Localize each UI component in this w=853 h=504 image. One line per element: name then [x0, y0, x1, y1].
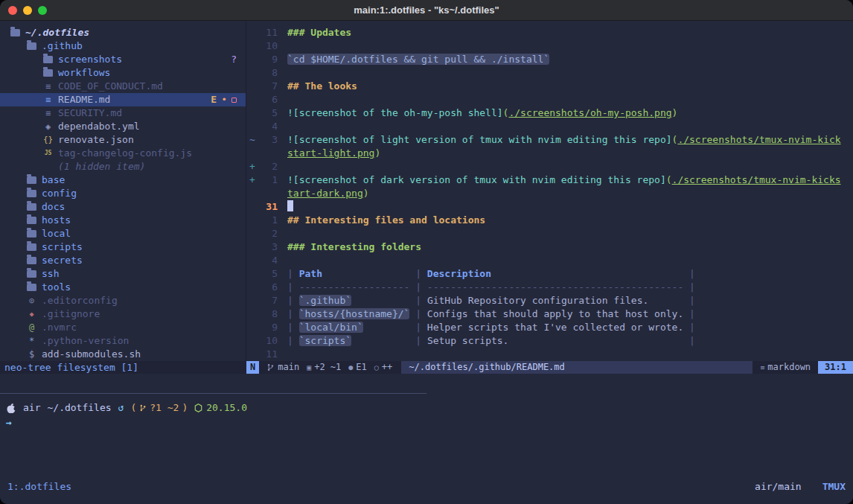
editor-line[interactable]: 7| `.github` | GitHub Repository configu… — [246, 294, 853, 307]
tree-item-editorconfig[interactable]: ⊙.editorconfig — [0, 294, 246, 307]
tree-item-label: .github — [42, 39, 83, 53]
sign-column — [246, 254, 258, 267]
sign-column — [246, 66, 258, 80]
line-number: 6 — [258, 281, 278, 294]
tree-item-base[interactable]: base — [0, 173, 246, 187]
sign-column — [246, 281, 258, 294]
editor-line[interactable]: +2 — [246, 160, 853, 173]
tree-item-local[interactable]: local — [0, 227, 246, 240]
tree-item-dependabot-yml[interactable]: ◈dependabot.yml — [0, 120, 246, 133]
tmux-window-item[interactable]: 1:.dotfiles — [7, 480, 71, 494]
sign-column — [246, 334, 258, 348]
editor-line[interactable]: 8| `hosts/{hostname}/` | Configs that sh… — [246, 307, 853, 321]
line-number: 11 — [258, 348, 278, 361]
editor-line[interactable]: 4 — [246, 120, 853, 133]
tree-item-python-version[interactable]: *.python-version — [0, 334, 246, 348]
tree-item-tools[interactable]: tools — [0, 281, 246, 294]
tree-item-screenshots[interactable]: screenshots? — [0, 53, 246, 66]
tree-item-security-md[interactable]: ≡SECURITY.md — [0, 106, 246, 120]
terminal-content: ~/.dotfiles.githubscreenshots?workflows≡… — [0, 21, 853, 504]
tree-item-label: ~/.dotfiles — [25, 26, 89, 39]
line-number: 8 — [258, 307, 278, 321]
zoom-button[interactable] — [38, 6, 47, 15]
editor-line[interactable]: tart-dark.png) — [246, 187, 853, 200]
tree-item-gitignore[interactable]: ◆.gitignore — [0, 307, 246, 321]
line-number: 5 — [258, 106, 278, 120]
cursor — [287, 200, 293, 211]
editor-line[interactable]: 2 — [246, 227, 853, 240]
editor-line[interactable]: +1![screenshot of dark version of tmux w… — [246, 173, 853, 187]
tree-item-tag-changelog-config-js[interactable]: JStag-changelog-config.js — [0, 147, 246, 160]
editor-line[interactable]: 5| Path | Description | — [246, 267, 853, 281]
editor-line[interactable]: 6| ------------------- | ---------------… — [246, 281, 853, 294]
tree-item-scripts[interactable]: scripts — [0, 240, 246, 254]
tree-item-label: local — [42, 227, 71, 240]
tree-item-dotfiles[interactable]: ~/.dotfiles — [0, 26, 246, 39]
tree-item-label: renovate.json — [58, 133, 134, 147]
folder-icon — [27, 257, 36, 264]
editor-line[interactable]: 4 — [246, 254, 853, 267]
tree-item-readme-md[interactable]: ≡README.mdE• — [0, 93, 246, 106]
editor-line[interactable]: 3### Interesting folders — [246, 240, 853, 254]
tree-item-label: (1 hidden item) — [58, 160, 145, 173]
window-title: main:1:.dotfiles - "ks~/.dotfiles" — [0, 4, 853, 16]
minimize-button[interactable] — [23, 6, 32, 15]
tree-item-hosts[interactable]: hosts — [0, 214, 246, 227]
tree-item-nvmrc[interactable]: @.nvmrc — [0, 321, 246, 334]
apple-icon — [6, 403, 16, 414]
tree-item-add-submodules-sh[interactable]: $add-submodules.sh — [0, 348, 246, 361]
editor-line[interactable]: 6 — [246, 93, 853, 106]
diagnostics: ●E1 — [348, 361, 366, 374]
tree-item-label: .editorconfig — [42, 294, 118, 307]
extra-indicator: ○++ — [374, 361, 392, 374]
editor-buffer[interactable]: 11### Updates 10 9`cd $HOME/.dotfiles &&… — [246, 21, 853, 361]
editor-line[interactable]: 1## Interesting files and locations — [246, 214, 853, 227]
tree-item-label: hosts — [42, 214, 71, 227]
tree-item-renovate-json[interactable]: {}renovate.json — [0, 133, 246, 147]
tmux-right-status: air/main TMUX — [755, 480, 846, 494]
editor-line[interactable]: ~3![screenshot of light version of tmux … — [246, 133, 853, 147]
tree-item-ssh[interactable]: ssh — [0, 267, 246, 281]
editor-line[interactable]: 8 — [246, 66, 853, 80]
tree-item-1-hidden-item[interactable]: (1 hidden item) — [0, 160, 246, 173]
branch-icon — [139, 403, 147, 412]
branch-icon — [266, 363, 275, 372]
editor-line[interactable]: 9`cd $HOME/.dotfiles && git pull && ./in… — [246, 53, 853, 66]
folder-icon — [27, 190, 36, 197]
tree-item-workflows[interactable]: workflows — [0, 66, 246, 80]
editor-line[interactable]: 31 — [246, 200, 853, 214]
sign-column — [246, 307, 258, 321]
sign-column — [246, 227, 258, 240]
tmux-statusbar: 1:.dotfiles air/main TMUX — [0, 480, 853, 494]
sign-column — [246, 93, 258, 106]
folder-icon — [27, 217, 36, 224]
tree-item-docs[interactable]: docs — [0, 200, 246, 214]
python-file-icon: * — [27, 334, 36, 348]
sign-column — [246, 294, 258, 307]
editor-line[interactable]: 9| `local/bin` | Helper scripts that I'v… — [246, 321, 853, 334]
shell-input-line[interactable]: → — [6, 416, 12, 430]
editor-line[interactable]: 11### Updates — [246, 26, 853, 39]
prompt-git-status: ( ?1 ~2 ) — [130, 401, 188, 415]
editor-line[interactable]: 7## The looks — [246, 80, 853, 93]
tree-item-label: .nvmrc — [42, 321, 77, 334]
editor-line[interactable]: 5![screenshot of the oh-my-posh shell](.… — [246, 106, 853, 120]
editor-line[interactable]: 11 — [246, 348, 853, 361]
tmux-pane-divider — [0, 393, 426, 394]
close-button[interactable] — [8, 6, 17, 15]
tree-item-secrets[interactable]: secrets — [0, 254, 246, 267]
tree-item-code-of-conduct-md[interactable]: ≡CODE_OF_CONDUCT.md — [0, 80, 246, 93]
line-number: 2 — [258, 227, 278, 240]
tmux-session-info: air/main — [755, 480, 802, 494]
prompt-arrow: → — [6, 417, 12, 428]
tree-item-github[interactable]: .github — [0, 39, 246, 53]
folder-icon — [43, 56, 53, 63]
editor-line[interactable]: 10 — [246, 39, 853, 53]
folder-icon — [27, 203, 36, 211]
line-number: 11 — [258, 26, 278, 39]
tree-item-label: tag-changelog-config.js — [58, 147, 192, 160]
editor-line[interactable]: 10| `scripts` | Setup scripts. | — [246, 334, 853, 348]
tree-item-config[interactable]: config — [0, 187, 246, 200]
yaml-file-icon: ◈ — [43, 120, 53, 133]
editor-line[interactable]: start-light.png) — [246, 147, 853, 160]
